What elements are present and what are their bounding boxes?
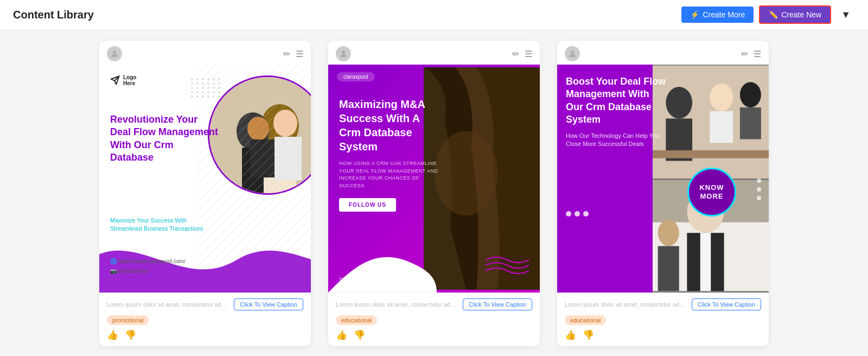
card2-url: https://www.claraxpool.com/ <box>339 276 400 282</box>
card-2-caption-area: Lorem ipsum dolor sit amet, consectetur … <box>336 298 532 310</box>
svg-point-12 <box>342 50 345 54</box>
svg-rect-24 <box>653 150 769 158</box>
card-3-caption-area: Lorem ipsum dolor sit amet, consectetur … <box>565 298 761 310</box>
card-3: ✏ ☰ <box>557 41 769 346</box>
caption-placeholder-2: Lorem ipsum dolor sit amet, consectetur … <box>336 301 457 308</box>
view-caption-button-1[interactable]: Click To View Caption <box>234 298 303 310</box>
card3-text-area: Boost Your Deal Flow Management With Our… <box>566 75 667 148</box>
svg-point-20 <box>710 84 733 111</box>
menu-icon-3[interactable]: ☰ <box>754 49 761 59</box>
pencil-icon: ✏️ <box>769 10 778 19</box>
page-header: Content Library ⚡ Create More ✏️ Create … <box>0 0 868 30</box>
card3-subtitle: How Our Technology Can Help You Close Mo… <box>566 132 667 149</box>
follow-us-button[interactable]: FOLLOW US <box>339 198 396 212</box>
card3-title: Boost Your Deal Flow Management With Our… <box>566 75 667 126</box>
avatar-1 <box>107 46 122 61</box>
card2-body: HOW USING A CRM CAN STREAMLINE YOUR DEAL… <box>339 160 441 189</box>
thumbs-down-1[interactable]: 👎 <box>125 329 136 341</box>
card-2-feedback: 👍 👎 <box>336 329 532 341</box>
tag-1: promotional <box>107 315 149 325</box>
view-caption-button-3[interactable]: Click To View Caption <box>692 298 761 310</box>
card-1-actions: ✏ ☰ <box>283 49 303 59</box>
card-3-actions: ✏ ☰ <box>741 49 761 59</box>
filter-button[interactable]: ▼ <box>837 7 855 23</box>
tag-2: educational <box>336 315 377 325</box>
card-3-image: Boost Your Deal Flow Management With Our… <box>557 65 769 293</box>
card-3-feedback: 👍 👎 <box>565 329 761 341</box>
edit-icon-3[interactable]: ✏ <box>741 49 748 59</box>
avatar-3 <box>565 46 580 61</box>
menu-icon-1[interactable]: ☰ <box>296 49 303 59</box>
avatar-2 <box>336 46 351 61</box>
svg-point-0 <box>113 50 116 54</box>
svg-rect-29 <box>700 233 711 291</box>
card2-title: Maximizing M&A Success With A Crm Databa… <box>339 97 441 154</box>
card2-text-area: Maximizing M&A Success With A Crm Databa… <box>339 97 441 212</box>
thumbs-up-1[interactable]: 👍 <box>107 329 118 341</box>
caption-placeholder-1: Lorem ipsum dolor sit amet, consectetur … <box>107 301 228 308</box>
content-library-grid: ✏ ☰ LogoHere <box>0 30 868 356</box>
view-caption-button-2[interactable]: Click To View Caption <box>463 298 532 310</box>
caption-placeholder-3: Lorem ipsum dolor sit amet, consectetur … <box>565 301 686 308</box>
lightning-icon: ⚡ <box>690 10 699 19</box>
card1-logo: LogoHere <box>110 74 136 86</box>
card2-logo-bar: claraxpool <box>337 72 375 81</box>
thumbs-down-2[interactable]: 👎 <box>354 329 365 341</box>
card-2-actions: ✏ ☰ <box>512 49 532 59</box>
card3-right-dots <box>757 179 761 200</box>
svg-point-18 <box>666 87 692 119</box>
card-1-bottom: Lorem ipsum dolor sit amet, consectetur … <box>99 293 311 346</box>
header-actions: ⚡ Create More ✏️ Create New ▼ <box>681 5 855 24</box>
page-title: Content Library <box>13 9 94 21</box>
card-1-header: ✏ ☰ <box>99 41 311 65</box>
filter-icon: ▼ <box>841 9 851 20</box>
card-1-image: LogoHere <box>99 65 311 293</box>
create-new-button[interactable]: ✏️ Create New <box>759 5 831 24</box>
edit-icon-1[interactable]: ✏ <box>283 49 290 59</box>
card1-footer: 🌐 https://www.claraxpool.com/ 📷 @claraxp… <box>110 257 186 276</box>
card-2-image: claraxpool Maximizing M&A Success With A… <box>328 65 540 293</box>
card-2-header: ✏ ☰ <box>328 41 540 65</box>
card1-title: Revolutionize Your Deal Flow Management … <box>110 113 219 164</box>
svg-point-15 <box>571 50 574 54</box>
card-1-feedback: 👍 👎 <box>107 329 303 341</box>
thumbs-down-3[interactable]: 👎 <box>583 329 594 341</box>
card-1: ✏ ☰ LogoHere <box>99 41 311 346</box>
svg-point-22 <box>739 82 761 107</box>
menu-icon-2[interactable]: ☰ <box>525 49 532 59</box>
create-more-button[interactable]: ⚡ Create More <box>681 7 754 23</box>
edit-icon-2[interactable]: ✏ <box>512 49 519 59</box>
svg-rect-23 <box>739 107 761 139</box>
tag-3: educational <box>565 315 606 325</box>
card-1-caption-area: Lorem ipsum dolor sit amet, consectetur … <box>107 298 303 310</box>
svg-rect-21 <box>710 111 733 143</box>
svg-point-30 <box>658 220 679 246</box>
card-2: ✏ ☰ <box>328 41 540 346</box>
svg-rect-31 <box>658 246 679 291</box>
know-more-circle[interactable]: KNOW MORE <box>687 168 736 217</box>
card-3-header: ✏ ☰ <box>557 41 769 65</box>
card-3-bottom: Lorem ipsum dolor sit amet, consectetur … <box>557 293 769 346</box>
thumbs-up-3[interactable]: 👍 <box>565 329 576 341</box>
thumbs-up-2[interactable]: 👍 <box>336 329 347 341</box>
card-2-bottom: Lorem ipsum dolor sit amet, consectetur … <box>328 293 540 346</box>
svg-point-14 <box>434 131 497 215</box>
card3-dots <box>566 211 589 217</box>
